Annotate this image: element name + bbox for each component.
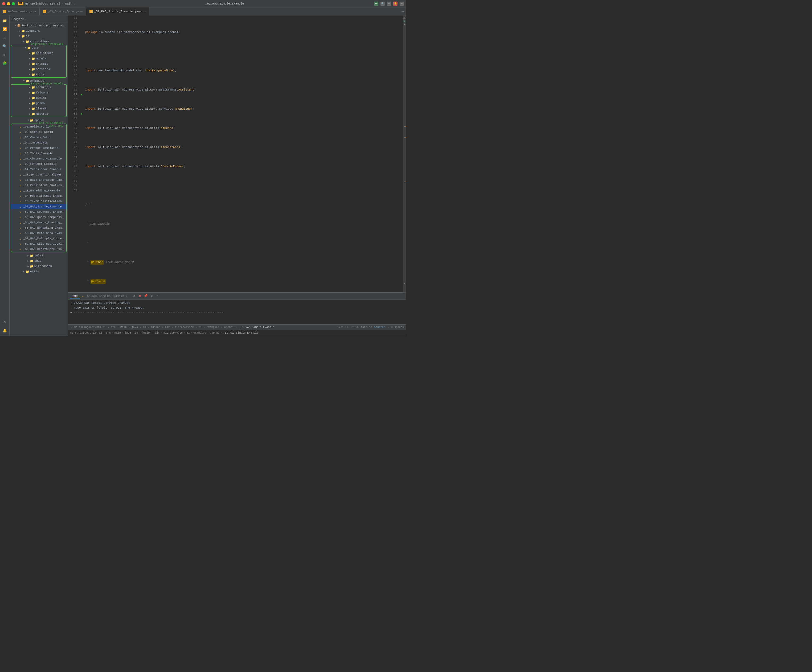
search-sidebar-icon[interactable]: 🔍 [1, 43, 9, 50]
tree-item-59[interactable]: ☕ _59_RAG_HealthCare_Example [11, 247, 66, 252]
folder-icon: 📁 [31, 113, 35, 116]
run-close[interactable]: ✕ [126, 295, 127, 298]
line-40: 40 [68, 130, 77, 135]
notifications-sidebar-icon[interactable]: 🔔 [1, 327, 9, 334]
notification-icon[interactable]: 🔔 [393, 2, 397, 6]
tree-item-utils[interactable]: ▶ 📁 utils [10, 269, 68, 274]
tab-rag-simple-example[interactable]: J _51_RAG_Simple_Example.java ✕ [86, 7, 149, 15]
breadcrumb-part-7: air [155, 331, 160, 334]
project-dropdown-icon[interactable]: ⌄ [25, 17, 27, 21]
project-icon: MA [18, 2, 24, 5]
tree-item-08[interactable]: ☕ _08_FewShot_Example [11, 161, 66, 167]
tree-item-12[interactable]: ☕ _12_Persistent_ChatMemory_Store_Exampl… [11, 182, 66, 188]
settings-sidebar-icon[interactable]: ⚙ [1, 319, 9, 326]
run-restart-btn[interactable]: ↺ [131, 294, 136, 298]
tree-item-anthropic[interactable]: ▶ 📁 anthropic [11, 85, 66, 90]
tree-item-microservice[interactable]: ▼ 📦 io.fusion.air.microservice [10, 23, 68, 28]
tree-label: tools [36, 73, 45, 76]
gutter-spacer [79, 97, 84, 102]
tree-item-ai[interactable]: ▼ 📁 ai [10, 34, 68, 39]
tree-item-56[interactable]: ☕ _56_RAG_Meta_Data_Example [11, 230, 66, 236]
tree-item-mistral[interactable]: ▶ 📁 mistral [11, 111, 66, 117]
breadcrumb-part-12: _51_RAG_Simple_Example [223, 331, 258, 334]
scroll-down[interactable]: ▼ [404, 282, 406, 285]
tree-item-05[interactable]: ☕ _05_Prompt_Templates [11, 145, 66, 151]
folder-icon: 📁 [30, 264, 34, 268]
maximize-button[interactable] [12, 2, 15, 5]
gutter-spacer [79, 63, 84, 68]
run-more-btn[interactable]: ⋯ [155, 294, 160, 298]
tree-item-52[interactable]: ☕ _52_RAG_Segments_Example [11, 209, 66, 215]
tree-item-services[interactable]: ▶ 📁 services [11, 67, 66, 72]
tree-item-53[interactable]: ☕ _53_RAG_Query_Compression_Example [11, 215, 66, 220]
tree-item-gemma[interactable]: ▶ 📁 gemma [11, 101, 66, 106]
menu-icon[interactable]: ⋯ [399, 2, 404, 6]
window-controls[interactable] [2, 2, 15, 5]
tree-item-06[interactable]: ☕ _06_Tools_Example [11, 151, 66, 156]
tree-item-11[interactable]: ☕ _11_Data_Extractor_Example [11, 177, 66, 182]
tree-item-14[interactable]: ☕ _14_ModerateChat_Example [11, 193, 66, 199]
tree-item-55[interactable]: ☕ _55_RAG_ReRanking_Example [11, 225, 66, 230]
tree-item-54[interactable]: ☕ _54_RAG_Query_Routing_Example [11, 220, 66, 225]
tree-item-phi3[interactable]: ▶ 📁 phi3 [10, 258, 68, 264]
tree-item-51[interactable]: ☕ _51_RAG_Simple_Example [11, 204, 66, 209]
tree-item-models[interactable]: ▶ 📁 models [11, 56, 66, 61]
tree-item-15[interactable]: ☕ _15_TextClassification_Example [11, 199, 66, 204]
run-tab[interactable]: Run [70, 294, 80, 298]
tree-item-assistants[interactable]: ▶ 📁 assistants [11, 51, 66, 56]
tree-item-palm2[interactable]: ▶ 📁 palm2 [10, 253, 68, 258]
tree-item-02[interactable]: ☕ _02_Complex_World [11, 130, 66, 135]
avatar-icon[interactable]: MA [374, 2, 378, 6]
tree-item-03[interactable]: ☕ _03_Custom_Data [11, 135, 66, 140]
tree-item-09[interactable]: ☕ _09_Translator_Example [11, 167, 66, 172]
run-pin-btn[interactable]: 📌 [143, 294, 148, 298]
package-icon: 📦 [17, 24, 21, 27]
minimize-button[interactable] [7, 2, 10, 5]
tree-item-falcon2[interactable]: ▶ 📁 falcon2 [11, 90, 66, 96]
scroll-up[interactable]: ▲ [404, 23, 406, 26]
search-icon[interactable]: 🔍 [380, 2, 385, 6]
titlebar-actions[interactable]: MA 🔍 ⚙ 🔔 ⋯ [374, 2, 404, 6]
commit-icon[interactable]: 🔀 [1, 26, 9, 33]
tree-item-tools[interactable]: ▶ 📁 tools [11, 72, 66, 77]
run-main-icon[interactable]: ▶ [79, 111, 84, 116]
run-settings-btn[interactable]: ⚙ [149, 294, 154, 298]
tree-item-10[interactable]: ☕ _10_Sentiment_Analyzer_Example [11, 172, 66, 177]
tree-item-58[interactable]: ☕ _58_RAG_Skip_Retrieval_Example [11, 241, 66, 247]
settings-icon[interactable]: ⚙ [387, 2, 391, 6]
code-line-21: import io.fusion.air.microservice.ai.uti… [84, 126, 403, 130]
tree-item-core[interactable]: ▼ 📁 core [11, 45, 66, 51]
tree-item-llama3[interactable]: ▶ 📁 llama3 [11, 106, 66, 111]
tree-item-04[interactable]: ☕ _04_Image_Data [11, 140, 66, 145]
run-debug-icon[interactable]: ▷ [1, 51, 9, 58]
gutter-spacer [79, 39, 84, 44]
gutter-spacer [79, 68, 84, 73]
line-35: 35 [68, 106, 77, 111]
tree-item-adapters[interactable]: ▶ 📁 adapters [10, 28, 68, 34]
tree-item-57[interactable]: ☕ _57_RAG_Multiple_Content_Retrievers_Ex… [11, 236, 66, 241]
tree-item-prompts[interactable]: ▶ 📁 prompts [11, 61, 66, 67]
git-icon[interactable]: ⎇ [1, 34, 9, 41]
llm-label: Large Languge Models [30, 82, 64, 85]
plugins-icon[interactable]: 🧩 [1, 60, 9, 67]
tab-custom-data[interactable]: J _03_Custom_Data.java [40, 7, 86, 15]
more-tabs-icon[interactable]: ⋯ [402, 9, 404, 14]
run-class-icon[interactable]: ▶ [79, 92, 84, 97]
scroll-indicator-line [404, 137, 406, 138]
tree-item-gemini[interactable]: ▶ 📁 gemini [11, 96, 66, 101]
close-button[interactable] [2, 2, 5, 5]
tree-label: _10_Sentiment_Analyzer_Example [23, 173, 65, 176]
java-icon: ☕ [19, 178, 22, 182]
project-view-icon[interactable]: 📁 [1, 17, 9, 24]
run-stop-btn[interactable]: ■ [137, 294, 142, 298]
tab-aiconstants[interactable]: J AiConstants.java [0, 7, 40, 15]
tree-item-07[interactable]: ☕ _07_ChatMemory_Example [11, 156, 66, 161]
tab-close-button[interactable]: ✕ [144, 10, 146, 13]
ok-count: ✓2 [403, 20, 406, 23]
tab-actions[interactable]: ⋯ [402, 7, 406, 15]
tree-item-13[interactable]: ☕ _13_Embedding_Example [11, 188, 66, 193]
editor-minimap[interactable]: ⚠6 ✓2 ▲ ▼ [403, 15, 406, 292]
tree-item-wizardmath[interactable]: ▶ 📁 wizardmath [10, 264, 68, 269]
line-43: 43 [68, 145, 77, 150]
code-editor[interactable]: 16 17 18 19 20 21 22 23 24 25 26 27 28 2… [68, 15, 406, 292]
